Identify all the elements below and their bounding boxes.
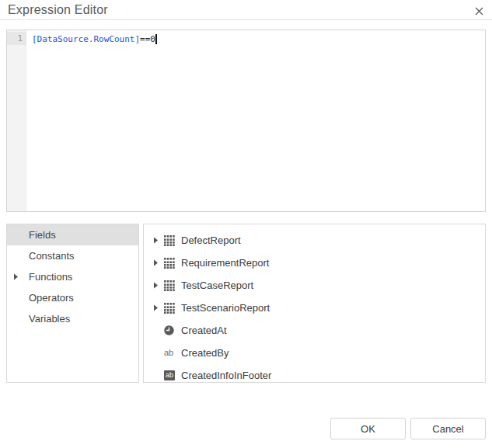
tree-item-label: TestScenarioReport — [180, 302, 270, 314]
close-button[interactable] — [471, 4, 487, 19]
category-item-functions[interactable]: Functions — [7, 266, 138, 287]
category-label: Variables — [23, 313, 70, 325]
tree-item-label: CreatedBy — [180, 347, 229, 359]
arrow-slot — [153, 371, 163, 380]
line-number-gutter: 1 — [7, 30, 26, 211]
tree-item-label: CreatedAt — [180, 325, 227, 336]
arrow-slot — [13, 252, 23, 261]
tree-item-label: RequirementReport — [180, 257, 269, 269]
tree-item-label: TestCaseReport — [180, 280, 253, 291]
arrow-slot — [153, 349, 163, 358]
tree-item-createdat[interactable]: CreatedAt — [144, 319, 485, 342]
string-ab-icon: ab — [164, 348, 180, 359]
chevron-right-icon[interactable] — [13, 273, 23, 282]
tree-item-label: DefectReport — [180, 234, 241, 246]
tree-item-requirementreport[interactable]: RequirementReport — [144, 252, 485, 274]
datetime-clock-icon — [164, 325, 180, 336]
table-icon — [164, 235, 180, 246]
arrow-slot — [13, 231, 23, 240]
category-item-variables[interactable]: Variables — [7, 308, 138, 329]
chevron-right-icon[interactable] — [153, 304, 163, 313]
expression-text[interactable]: [DataSource.RowCount]==0 — [32, 33, 157, 45]
tree-item-label: CreatedInfoInFooter — [180, 370, 271, 381]
field-token: [DataSource.RowCount] — [32, 34, 140, 44]
expression-code-editor[interactable]: 1 [DataSource.RowCount]==0 — [6, 30, 486, 212]
arrow-slot — [153, 326, 163, 335]
category-item-operators[interactable]: Operators — [7, 287, 138, 308]
chevron-right-icon[interactable] — [153, 236, 163, 245]
arrow-slot — [13, 293, 23, 303]
category-label: Functions — [23, 271, 72, 283]
tree-item-createdinfoinfooter[interactable]: ab CreatedInfoInFooter — [144, 364, 485, 383]
table-icon — [164, 258, 180, 269]
category-label: Operators — [23, 292, 74, 304]
line-number: 1 — [7, 33, 23, 43]
string-ab-filled-icon: ab — [164, 370, 180, 381]
category-item-fields[interactable]: Fields — [7, 224, 138, 245]
arrow-slot — [13, 314, 23, 324]
table-icon — [164, 280, 180, 291]
fields-tree: DefectReport RequirementReport TestCaseR… — [143, 224, 486, 383]
category-list: Fields Constants Functions Operators Var… — [6, 224, 139, 383]
table-icon — [164, 303, 180, 314]
dialog-title: Expression Editor — [8, 3, 108, 17]
tree-item-testcasereport[interactable]: TestCaseReport — [144, 274, 485, 297]
chevron-right-icon[interactable] — [153, 281, 163, 290]
tree-item-testscenarioreport[interactable]: TestScenarioReport — [144, 297, 485, 319]
category-label: Fields — [23, 229, 56, 241]
cancel-button[interactable]: Cancel — [410, 418, 486, 439]
ok-button[interactable]: OK — [330, 418, 406, 439]
title-divider — [0, 19, 492, 20]
category-item-constants[interactable]: Constants — [7, 245, 138, 266]
tree-item-defectreport[interactable]: DefectReport — [144, 229, 485, 252]
operator-token: ==0 — [140, 34, 155, 44]
tree-item-createdby[interactable]: ab CreatedBy — [144, 342, 485, 364]
text-caret — [155, 34, 157, 44]
category-label: Constants — [23, 250, 75, 262]
expression-editor-dialog: { "dialog": { "title": "Expression Edito… — [0, 0, 492, 448]
chevron-right-icon[interactable] — [153, 259, 163, 268]
close-icon — [475, 5, 483, 19]
